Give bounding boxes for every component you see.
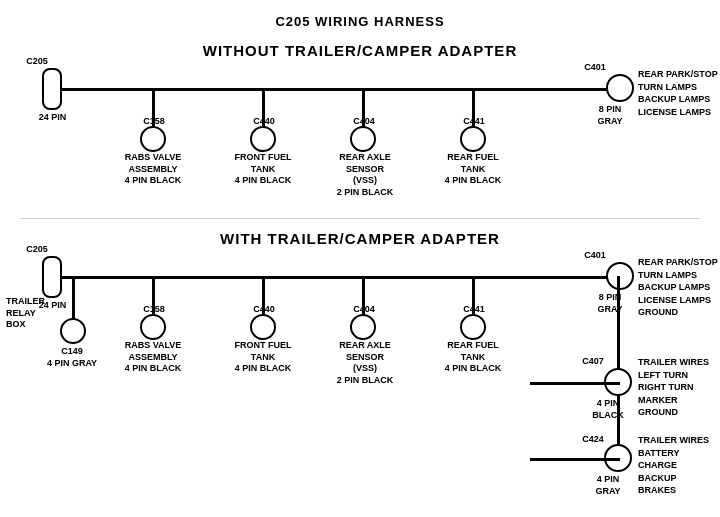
c404-desc-1: REAR AXLESENSOR(VSS)2 PIN BLACK: [330, 152, 400, 199]
c401-circle-2: [606, 262, 634, 290]
c401-pin-1: 8 PINGRAY: [590, 104, 630, 127]
page-title: C205 WIRING HARNESS: [0, 6, 720, 29]
c404-desc-2: REAR AXLESENSOR(VSS)2 PIN BLACK: [330, 340, 400, 387]
c401-label-1: C401: [580, 62, 610, 74]
c404-code-1: C404: [346, 116, 382, 128]
c424-code: C424: [578, 434, 608, 446]
section2-main-line: [62, 276, 617, 279]
c205-pin-1: 24 PIN: [30, 112, 75, 124]
c205-rect-1: [42, 68, 62, 110]
c424-desc: TRAILER WIRESBATTERY CHARGEBACKUPBRAKES: [638, 434, 720, 497]
c440-code-2: C440: [246, 304, 282, 316]
c149-circle: [60, 318, 86, 344]
c401-label-2: C401: [580, 250, 610, 262]
c407-desc: TRAILER WIRESLEFT TURNRIGHT TURNMARKERGR…: [638, 356, 709, 419]
c440-desc-1: FRONT FUELTANK4 PIN BLACK: [228, 152, 298, 187]
c404-circle-2: [350, 314, 376, 340]
c401-pin-2: 8 PINGRAY: [590, 292, 630, 315]
c424-pin: 4 PINGRAY: [586, 474, 630, 497]
right-label-1: REAR PARK/STOPTURN LAMPSBACKUP LAMPSLICE…: [638, 68, 718, 118]
c407-code: C407: [578, 356, 608, 368]
c149-desc: 4 PIN GRAY: [44, 358, 100, 370]
section1-main-line: [62, 88, 617, 91]
c205-rect-2: [42, 256, 62, 298]
c440-circle-1: [250, 126, 276, 152]
c440-desc-2: FRONT FUELTANK4 PIN BLACK: [228, 340, 298, 375]
c441-circle-1: [460, 126, 486, 152]
c149-code: C149: [54, 346, 90, 358]
section1-label: WITHOUT TRAILER/CAMPER ADAPTER: [150, 42, 570, 59]
c205-label-1: C205: [22, 56, 52, 68]
divider: [20, 218, 700, 219]
c440-code-1: C440: [246, 116, 282, 128]
c407-pin: 4 PINBLACK: [586, 398, 630, 421]
diagram: C205 WIRING HARNESS WITHOUT TRAILER/CAMP…: [0, 0, 720, 500]
c404-circle-1: [350, 126, 376, 152]
c441-code-1: C441: [456, 116, 492, 128]
c404-code-2: C404: [346, 304, 382, 316]
c158-circle-2: [140, 314, 166, 340]
c440-circle-2: [250, 314, 276, 340]
c441-desc-2: REAR FUELTANK4 PIN BLACK: [438, 340, 508, 375]
c158-code-1: C158: [136, 116, 172, 128]
trailer-relay-vline: [72, 276, 75, 320]
right-label-2: REAR PARK/STOPTURN LAMPSBACKUP LAMPSLICE…: [638, 256, 718, 319]
c441-circle-2: [460, 314, 486, 340]
c158-code-2: C158: [136, 304, 172, 316]
c158-desc-1: RABS VALVEASSEMBLY4 PIN BLACK: [118, 152, 188, 187]
c441-desc-1: REAR FUELTANK4 PIN BLACK: [438, 152, 508, 187]
c407-hline: [530, 382, 620, 385]
c401-circle-1: [606, 74, 634, 102]
trailer-relay-label: TRAILERRELAYBOX: [6, 296, 66, 331]
section2-label: WITH TRAILER/CAMPER ADAPTER: [150, 230, 570, 247]
c158-desc-2: RABS VALVEASSEMBLY4 PIN BLACK: [118, 340, 188, 375]
c205-label-2: C205: [22, 244, 52, 256]
c158-circle-1: [140, 126, 166, 152]
c424-hline: [530, 458, 620, 461]
c441-code-2: C441: [456, 304, 492, 316]
